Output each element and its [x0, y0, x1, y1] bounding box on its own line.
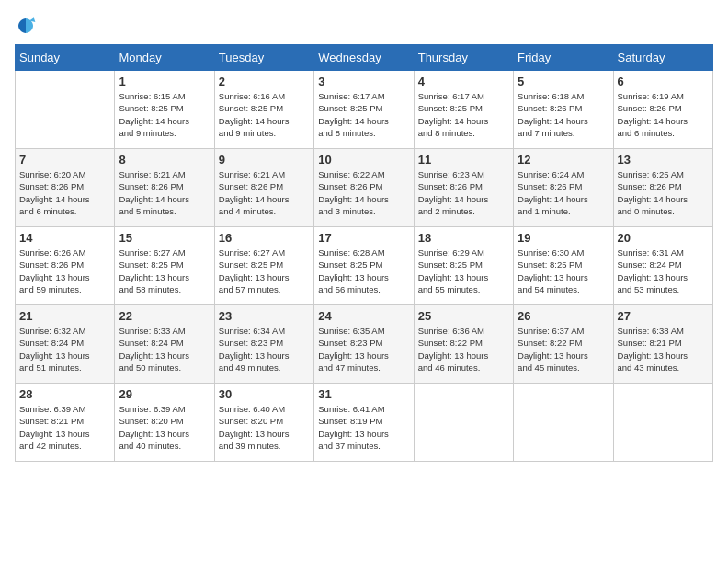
day-number: 6: [618, 75, 709, 88]
calendar-cell: 2Sunrise: 6:16 AM Sunset: 8:25 PM Daylig…: [214, 71, 313, 149]
day-number: 15: [119, 231, 210, 245]
week-row-3: 14Sunrise: 6:26 AM Sunset: 8:26 PM Dayli…: [16, 227, 713, 305]
calendar-cell: [16, 71, 115, 149]
calendar-cell: 28Sunrise: 6:39 AM Sunset: 8:21 PM Dayli…: [16, 384, 115, 462]
week-row-4: 21Sunrise: 6:32 AM Sunset: 8:24 PM Dayli…: [16, 305, 713, 384]
calendar-cell: 6Sunrise: 6:19 AM Sunset: 8:26 PM Daylig…: [613, 71, 712, 149]
calendar-cell: 4Sunrise: 6:17 AM Sunset: 8:25 PM Daylig…: [414, 71, 513, 149]
calendar-cell: 9Sunrise: 6:21 AM Sunset: 8:26 PM Daylig…: [214, 149, 313, 227]
cell-content: Sunrise: 6:35 AM Sunset: 8:23 PM Dayligh…: [318, 325, 409, 373]
day-number: 5: [518, 75, 609, 88]
day-number: 16: [219, 231, 310, 245]
day-number: 25: [418, 309, 509, 323]
cell-content: Sunrise: 6:34 AM Sunset: 8:23 PM Dayligh…: [219, 325, 310, 373]
cell-content: Sunrise: 6:25 AM Sunset: 8:26 PM Dayligh…: [618, 168, 709, 217]
calendar-cell: 3Sunrise: 6:17 AM Sunset: 8:25 PM Daylig…: [314, 71, 414, 149]
cell-content: Sunrise: 6:37 AM Sunset: 8:22 PM Dayligh…: [518, 325, 609, 373]
calendar-cell: 19Sunrise: 6:30 AM Sunset: 8:25 PM Dayli…: [514, 227, 613, 305]
week-row-2: 7Sunrise: 6:20 AM Sunset: 8:26 PM Daylig…: [16, 149, 713, 227]
cell-content: Sunrise: 6:17 AM Sunset: 8:25 PM Dayligh…: [318, 90, 409, 139]
day-number: 17: [318, 231, 409, 245]
calendar-cell: [514, 384, 613, 462]
cell-content: Sunrise: 6:36 AM Sunset: 8:22 PM Dayligh…: [418, 325, 509, 373]
cell-content: Sunrise: 6:41 AM Sunset: 8:19 PM Dayligh…: [318, 403, 409, 452]
day-number: 28: [19, 387, 110, 401]
day-number: 23: [219, 309, 310, 323]
calendar-cell: [613, 384, 712, 462]
day-number: 31: [318, 387, 409, 401]
cell-content: Sunrise: 6:32 AM Sunset: 8:24 PM Dayligh…: [19, 325, 110, 373]
cell-content: Sunrise: 6:26 AM Sunset: 8:26 PM Dayligh…: [19, 247, 110, 295]
col-header-tuesday: Tuesday: [214, 45, 313, 71]
cell-content: Sunrise: 6:39 AM Sunset: 8:20 PM Dayligh…: [119, 403, 210, 452]
day-number: 22: [119, 309, 210, 323]
col-header-monday: Monday: [115, 45, 214, 71]
logo: [15, 15, 40, 37]
cell-content: Sunrise: 6:30 AM Sunset: 8:25 PM Dayligh…: [518, 247, 609, 295]
calendar-cell: 27Sunrise: 6:38 AM Sunset: 8:21 PM Dayli…: [613, 305, 712, 384]
day-number: 18: [418, 231, 509, 245]
day-number: 1: [119, 75, 210, 88]
cell-content: Sunrise: 6:33 AM Sunset: 8:24 PM Dayligh…: [119, 325, 210, 373]
day-number: 29: [119, 387, 210, 401]
calendar-cell: 10Sunrise: 6:22 AM Sunset: 8:26 PM Dayli…: [314, 149, 414, 227]
cell-content: Sunrise: 6:19 AM Sunset: 8:26 PM Dayligh…: [618, 90, 709, 139]
day-number: 14: [19, 231, 110, 245]
calendar-cell: 22Sunrise: 6:33 AM Sunset: 8:24 PM Dayli…: [115, 305, 214, 384]
calendar-cell: 23Sunrise: 6:34 AM Sunset: 8:23 PM Dayli…: [214, 305, 313, 384]
cell-content: Sunrise: 6:38 AM Sunset: 8:21 PM Dayligh…: [618, 325, 709, 373]
calendar-cell: 24Sunrise: 6:35 AM Sunset: 8:23 PM Dayli…: [314, 305, 414, 384]
cell-content: Sunrise: 6:20 AM Sunset: 8:26 PM Dayligh…: [19, 168, 110, 217]
cell-content: Sunrise: 6:27 AM Sunset: 8:25 PM Dayligh…: [119, 247, 210, 295]
cell-content: Sunrise: 6:39 AM Sunset: 8:21 PM Dayligh…: [19, 403, 110, 452]
day-number: 30: [219, 387, 310, 401]
day-number: 19: [518, 231, 609, 245]
calendar-table: SundayMondayTuesdayWednesdayThursdayFrid…: [15, 44, 713, 462]
col-header-thursday: Thursday: [414, 45, 513, 71]
day-number: 24: [318, 309, 409, 323]
day-number: 13: [618, 153, 709, 167]
calendar-cell: 17Sunrise: 6:28 AM Sunset: 8:25 PM Dayli…: [314, 227, 414, 305]
calendar-cell: 12Sunrise: 6:24 AM Sunset: 8:26 PM Dayli…: [514, 149, 613, 227]
day-number: 9: [219, 153, 310, 167]
calendar-cell: 13Sunrise: 6:25 AM Sunset: 8:26 PM Dayli…: [613, 149, 712, 227]
calendar-cell: 7Sunrise: 6:20 AM Sunset: 8:26 PM Daylig…: [16, 149, 115, 227]
calendar-cell: 11Sunrise: 6:23 AM Sunset: 8:26 PM Dayli…: [414, 149, 513, 227]
calendar-header-row: SundayMondayTuesdayWednesdayThursdayFrid…: [16, 45, 713, 71]
cell-content: Sunrise: 6:29 AM Sunset: 8:25 PM Dayligh…: [418, 247, 509, 295]
cell-content: Sunrise: 6:31 AM Sunset: 8:24 PM Dayligh…: [618, 247, 709, 295]
page-header: [15, 15, 713, 37]
calendar-cell: 26Sunrise: 6:37 AM Sunset: 8:22 PM Dayli…: [514, 305, 613, 384]
calendar-cell: 18Sunrise: 6:29 AM Sunset: 8:25 PM Dayli…: [414, 227, 513, 305]
col-header-friday: Friday: [514, 45, 613, 71]
cell-content: Sunrise: 6:23 AM Sunset: 8:26 PM Dayligh…: [418, 168, 509, 217]
cell-content: Sunrise: 6:21 AM Sunset: 8:26 PM Dayligh…: [119, 168, 210, 217]
day-number: 12: [518, 153, 609, 167]
col-header-wednesday: Wednesday: [314, 45, 414, 71]
calendar-cell: 14Sunrise: 6:26 AM Sunset: 8:26 PM Dayli…: [16, 227, 115, 305]
calendar-cell: 30Sunrise: 6:40 AM Sunset: 8:20 PM Dayli…: [214, 384, 313, 462]
cell-content: Sunrise: 6:21 AM Sunset: 8:26 PM Dayligh…: [219, 168, 310, 217]
day-number: 7: [19, 153, 110, 167]
week-row-1: 1Sunrise: 6:15 AM Sunset: 8:25 PM Daylig…: [16, 71, 713, 149]
day-number: 3: [318, 75, 409, 88]
day-number: 21: [19, 309, 110, 323]
cell-content: Sunrise: 6:28 AM Sunset: 8:25 PM Dayligh…: [318, 247, 409, 295]
day-number: 26: [518, 309, 609, 323]
day-number: 10: [318, 153, 409, 167]
cell-content: Sunrise: 6:15 AM Sunset: 8:25 PM Dayligh…: [119, 90, 210, 139]
cell-content: Sunrise: 6:18 AM Sunset: 8:26 PM Dayligh…: [518, 90, 609, 139]
day-number: 27: [618, 309, 709, 323]
calendar-cell: 8Sunrise: 6:21 AM Sunset: 8:26 PM Daylig…: [115, 149, 214, 227]
calendar-cell: 29Sunrise: 6:39 AM Sunset: 8:20 PM Dayli…: [115, 384, 214, 462]
calendar-cell: [414, 384, 513, 462]
calendar-cell: 15Sunrise: 6:27 AM Sunset: 8:25 PM Dayli…: [115, 227, 214, 305]
logo-icon: [15, 15, 37, 37]
cell-content: Sunrise: 6:27 AM Sunset: 8:25 PM Dayligh…: [219, 247, 310, 295]
day-number: 20: [618, 231, 709, 245]
day-number: 4: [418, 75, 509, 88]
cell-content: Sunrise: 6:24 AM Sunset: 8:26 PM Dayligh…: [518, 168, 609, 217]
calendar-cell: 1Sunrise: 6:15 AM Sunset: 8:25 PM Daylig…: [115, 71, 214, 149]
day-number: 8: [119, 153, 210, 167]
cell-content: Sunrise: 6:16 AM Sunset: 8:25 PM Dayligh…: [219, 90, 310, 139]
